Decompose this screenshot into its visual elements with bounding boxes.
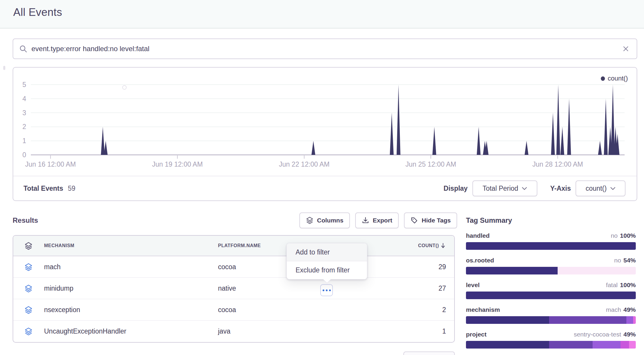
tag-bar-segment[interactable]	[466, 292, 636, 299]
tag-icon	[410, 217, 418, 224]
hide-tags-button[interactable]: Hide Tags	[404, 212, 457, 228]
table-row[interactable]: minidump native 27	[13, 278, 454, 299]
svg-text:1: 1	[22, 137, 26, 145]
chevron-down-icon	[522, 187, 527, 190]
tag-top-value: mach	[606, 306, 621, 313]
tag-summary-entry: mechanism mach 49%	[466, 306, 636, 324]
tag-bar-segment[interactable]	[466, 267, 558, 274]
clear-search-icon[interactable]	[622, 45, 630, 53]
display-dropdown[interactable]: Total Period	[472, 180, 537, 196]
cell-platform[interactable]: native	[218, 284, 236, 292]
events-chart-panel: count() 012345Jun 16 12:00 AMJun 19 12:0…	[13, 67, 637, 201]
pagination-button[interactable]	[403, 351, 455, 355]
tag-bar-segment[interactable]	[549, 341, 592, 349]
results-toolbar: Columns Export Hide Tags	[299, 212, 457, 228]
stack-icon[interactable]	[24, 242, 33, 251]
tag-distribution-bar[interactable]	[466, 316, 636, 324]
tag-bar-segment[interactable]	[633, 316, 636, 324]
tag-top-percent: 100%	[620, 282, 636, 289]
tag-summary-entry: level fatal 100%	[466, 282, 636, 299]
tag-summary-entry: project sentry-cocoa-test 49%	[466, 331, 636, 349]
tag-bar-segment[interactable]	[466, 341, 549, 349]
stack-icon	[24, 327, 33, 337]
cell-count[interactable]: 29	[438, 263, 446, 271]
cell-mechanism[interactable]: nsexception	[44, 306, 80, 314]
tag-distribution-bar[interactable]	[466, 242, 636, 250]
tag-summary-entry: os.rooted no 54%	[466, 257, 636, 274]
column-header-count-label: COUNT()	[418, 243, 439, 248]
tag-name: project	[466, 331, 487, 338]
column-header-count[interactable]: COUNT()	[418, 242, 446, 249]
tag-bar-segment[interactable]	[626, 316, 633, 324]
exclude-from-filter-menu-item[interactable]: Exclude from filter	[287, 261, 367, 279]
export-button-label: Export	[373, 217, 393, 224]
download-icon	[362, 217, 369, 224]
column-header-mechanism[interactable]: MECHANISM	[44, 243, 74, 248]
cell-mechanism[interactable]: UncaughtExceptionHandler	[44, 327, 126, 335]
tag-top-value: no	[614, 257, 621, 264]
tag-bar-segment[interactable]	[466, 242, 636, 250]
tag-name: mechanism	[466, 306, 500, 313]
tag-summary-title: Tag Summary	[466, 216, 636, 225]
resize-handle[interactable]	[3, 66, 5, 70]
stack-icon	[24, 284, 33, 294]
chart-footer: Total Events 59 Display Total Period Y-A…	[13, 176, 637, 200]
table-header-row: MECHANISM PLATFORM.NAME COUNT()	[13, 236, 454, 256]
table-row[interactable]: nsexception cocoa 2	[13, 299, 454, 321]
cell-count[interactable]: 1	[442, 327, 446, 335]
cell-mechanism[interactable]: mach	[44, 263, 61, 271]
results-title: Results	[13, 216, 38, 225]
tag-distribution-bar[interactable]	[466, 292, 636, 299]
svg-text:4: 4	[22, 95, 26, 103]
yaxis-dropdown[interactable]: count()	[576, 180, 625, 196]
search-input[interactable]	[31, 45, 622, 53]
chevron-down-icon	[610, 187, 616, 190]
table-row[interactable]: mach cocoa 29	[13, 256, 454, 278]
tag-top-percent: 49%	[623, 331, 636, 338]
tag-name: os.rooted	[466, 257, 494, 264]
tag-bar-segment[interactable]	[549, 316, 626, 324]
hide-tags-button-label: Hide Tags	[422, 217, 451, 224]
cell-platform[interactable]: cocoa	[218, 263, 236, 271]
cell-platform[interactable]: java	[218, 327, 230, 335]
export-button[interactable]: Export	[355, 212, 399, 228]
cell-count[interactable]: 27	[438, 284, 446, 292]
svg-text:2: 2	[22, 123, 26, 130]
tag-bar-segment[interactable]	[629, 341, 636, 349]
table-row[interactable]: UncaughtExceptionHandler java 1	[13, 321, 454, 342]
search-bar[interactable]	[13, 38, 637, 59]
add-to-filter-menu-item[interactable]: Add to filter	[287, 243, 367, 261]
tag-summary-entry: handled no 100%	[466, 232, 636, 250]
cell-mechanism[interactable]: minidump	[44, 284, 73, 292]
cursor-artifact	[122, 85, 127, 90]
tag-bar-segment[interactable]	[620, 341, 629, 349]
tag-bar-segment[interactable]	[593, 341, 620, 349]
ellipsis-dot	[329, 289, 331, 291]
tag-bar-segment[interactable]	[466, 316, 549, 324]
total-events-label: Total Events	[24, 185, 63, 192]
events-chart[interactable]: 012345Jun 16 12:00 AMJun 19 12:00 AMJun …	[13, 71, 636, 176]
cell-actions-button[interactable]	[320, 284, 333, 296]
display-label: Display	[444, 185, 468, 192]
tag-distribution-bar[interactable]	[466, 341, 636, 349]
tag-top-value: no	[611, 232, 618, 239]
cell-platform[interactable]: cocoa	[218, 306, 236, 314]
svg-text:5: 5	[22, 81, 26, 88]
cell-count[interactable]: 2	[442, 306, 446, 314]
tag-summary-panel: Tag Summary handled no 100% os.rooted no…	[466, 216, 636, 355]
columns-button[interactable]: Columns	[299, 212, 350, 228]
stack-icon	[24, 306, 33, 315]
tag-distribution-bar[interactable]	[466, 267, 636, 274]
stack-icon	[306, 217, 313, 224]
all-events-page: All Events count() 012345Jun 16 12:00 AM…	[0, 0, 644, 355]
svg-text:Jun 19 12:00 AM: Jun 19 12:00 AM	[152, 160, 203, 168]
column-header-platform[interactable]: PLATFORM.NAME	[218, 243, 261, 248]
svg-text:Jun 25 12:00 AM: Jun 25 12:00 AM	[405, 160, 456, 168]
page-title: All Events	[13, 6, 62, 19]
search-icon	[19, 45, 27, 53]
ellipsis-dot	[323, 289, 324, 291]
tag-name: handled	[466, 232, 490, 239]
ellipsis-dot	[326, 289, 328, 291]
svg-text:0: 0	[22, 151, 26, 159]
page-header: All Events	[0, 0, 644, 29]
